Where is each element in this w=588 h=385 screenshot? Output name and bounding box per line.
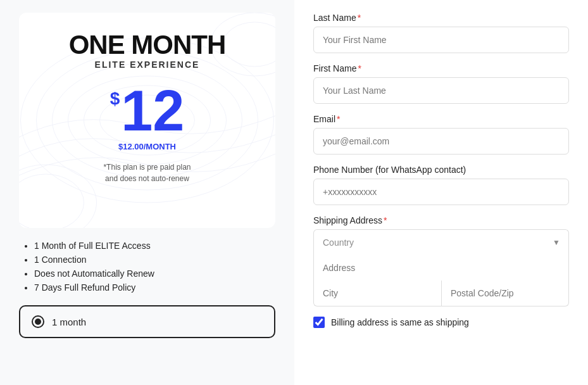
last-name-input[interactable]	[313, 27, 569, 53]
email-input[interactable]	[313, 128, 569, 155]
feature-item: Does not Automatically Renew	[34, 268, 275, 279]
first-name-input[interactable]	[313, 77, 569, 104]
shipping-label: Shipping Address*	[313, 215, 569, 225]
features-list: 1 Month of Full ELITE Access 1 Connectio…	[19, 241, 275, 293]
first-name-group: First Name*	[313, 63, 569, 104]
shipping-address-fields: Country United States United Kingdom Can…	[313, 229, 569, 306]
price-dollar-symbol: $	[110, 89, 120, 109]
email-label: Email*	[313, 114, 569, 124]
plan-note: *This plan is pre paid plan and does not…	[32, 161, 263, 184]
price-container: $ 12	[32, 82, 263, 139]
shipping-address-group: Shipping Address* Country United States …	[313, 215, 569, 306]
billing-same-checkbox[interactable]	[313, 317, 325, 328]
plan-card: ONE MONTH ELITE EXPERIENCE $ 12 $12.00/M…	[19, 13, 275, 228]
city-zip-row	[313, 281, 569, 306]
radio-button-selected	[35, 319, 41, 325]
address-input[interactable]	[313, 255, 569, 281]
plan-title: ONE MONTH	[32, 32, 263, 58]
email-group: Email*	[313, 114, 569, 155]
billing-checkbox-label[interactable]: Billing address is same as shipping	[331, 317, 469, 327]
plan-card-content: ONE MONTH ELITE EXPERIENCE $ 12 $12.00/M…	[32, 32, 263, 184]
feature-item: 1 Connection	[34, 255, 275, 265]
phone-label: Phone Number (for WhatsApp contact)	[313, 165, 569, 175]
right-panel: Last Name* First Name* Email* Phone Numb…	[294, 0, 588, 385]
price-per-month: $12.00/MONTH	[32, 142, 263, 151]
zip-input[interactable]	[441, 281, 569, 306]
last-name-label: Last Name*	[313, 13, 569, 23]
country-select[interactable]: Country United States United Kingdom Can…	[313, 229, 569, 255]
phone-input[interactable]	[313, 179, 569, 205]
radio-label: 1 month	[52, 317, 86, 327]
country-select-wrapper: Country United States United Kingdom Can…	[313, 229, 569, 255]
feature-item: 7 Days Full Refund Policy	[34, 282, 275, 293]
feature-item: 1 Month of Full ELITE Access	[34, 241, 275, 251]
first-name-label: First Name*	[313, 63, 569, 73]
price-amount: 12	[121, 82, 184, 139]
city-input[interactable]	[313, 281, 441, 306]
radio-button[interactable]	[32, 315, 44, 328]
billing-checkbox-row: Billing address is same as shipping	[313, 317, 569, 328]
plan-subtitle: ELITE EXPERIENCE	[32, 60, 263, 70]
last-name-group: Last Name*	[313, 13, 569, 53]
phone-group: Phone Number (for WhatsApp contact)	[313, 165, 569, 205]
left-panel: ONE MONTH ELITE EXPERIENCE $ 12 $12.00/M…	[0, 0, 294, 385]
radio-option-1month[interactable]: 1 month	[19, 305, 275, 338]
